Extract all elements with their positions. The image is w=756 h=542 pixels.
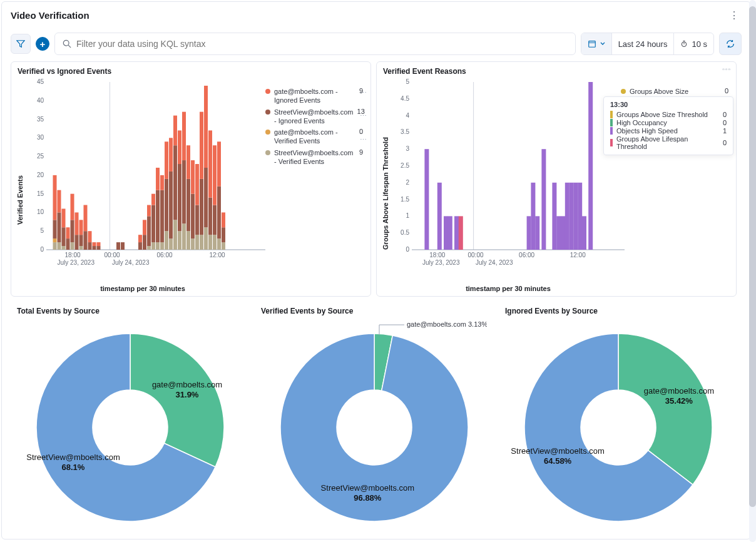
svg-rect-35	[66, 238, 70, 250]
panel-title: Total Events by Source	[17, 307, 243, 315]
svg-rect-38	[71, 220, 74, 242]
svg-rect-140	[531, 183, 535, 250]
svg-rect-103	[208, 130, 212, 197]
donut-chart: StreetView@mboelts.com96.88%gate@mboelts…	[262, 315, 487, 528]
svg-rect-100	[204, 86, 208, 168]
filter-button[interactable]	[11, 34, 31, 54]
svg-text:06:00: 06:00	[156, 252, 172, 258]
svg-text:gate@mboelts.com: gate@mboelts.com	[152, 380, 222, 389]
svg-rect-86	[186, 231, 190, 250]
filter-icon	[16, 39, 25, 48]
svg-rect-52	[97, 242, 101, 246]
svg-text:12:00: 12:00	[209, 252, 225, 258]
svg-rect-139	[527, 216, 531, 250]
svg-text:gate@mboelts.com  3.13%: gate@mboelts.com 3.13%	[407, 320, 487, 328]
svg-rect-148	[573, 183, 578, 250]
search-bar[interactable]	[54, 33, 576, 55]
calendar-button[interactable]	[581, 33, 612, 54]
svg-text:00:00: 00:00	[104, 252, 120, 258]
dashboard-menu-icon[interactable]: ⋮	[727, 7, 742, 24]
toolbar: + Last 24 hours 10 s	[2, 29, 750, 61]
svg-rect-58	[143, 220, 146, 235]
svg-rect-51	[97, 246, 101, 250]
svg-rect-41	[75, 212, 79, 235]
svg-text:July 24, 2023: July 24, 2023	[476, 259, 513, 266]
legend-item-menu-icon[interactable]: ⋯	[360, 112, 367, 120]
panel-total-events: Total Events by Source gate@mboelts.com3…	[11, 302, 250, 534]
svg-rect-81	[178, 164, 181, 231]
svg-rect-37	[71, 242, 74, 250]
svg-text:00:00: 00:00	[467, 252, 483, 258]
svg-text:0: 0	[406, 246, 409, 253]
svg-rect-147	[570, 183, 574, 250]
svg-rect-109	[217, 187, 221, 238]
svg-rect-83	[182, 223, 186, 250]
svg-rect-151	[588, 82, 593, 250]
svg-rect-146	[565, 183, 570, 250]
refresh-interval[interactable]: 10 s	[674, 33, 713, 54]
svg-rect-64	[151, 194, 155, 205]
svg-text:4: 4	[406, 112, 409, 119]
svg-text:July 24, 2023: July 24, 2023	[112, 259, 150, 266]
svg-rect-92	[195, 235, 199, 250]
refresh-button[interactable]	[719, 33, 742, 55]
svg-text:StreetView@mboelts.com: StreetView@mboelts.com	[511, 446, 605, 456]
svg-rect-113	[222, 212, 225, 227]
svg-rect-135	[444, 216, 448, 250]
svg-text:35: 35	[37, 116, 44, 123]
y-axis-label: Groups Above Lifespan Threshold	[382, 137, 389, 250]
svg-rect-57	[143, 235, 146, 250]
svg-text:1.5: 1.5	[401, 196, 409, 203]
svg-rect-141	[535, 216, 539, 250]
svg-rect-110	[217, 141, 221, 186]
svg-rect-91	[191, 160, 195, 194]
time-picker[interactable]: Last 24 hours 10 s	[581, 33, 714, 55]
svg-rect-82	[178, 130, 181, 164]
svg-text:20: 20	[37, 171, 44, 178]
svg-text:64.58%: 64.58%	[544, 456, 572, 466]
svg-rect-102	[208, 198, 212, 235]
svg-rect-32	[62, 246, 66, 250]
svg-text:18:00: 18:00	[429, 252, 445, 258]
svg-rect-36	[66, 227, 70, 238]
svg-rect-69	[160, 190, 164, 242]
donut-chart: gate@mboelts.com35.42%StreetView@mboelts…	[506, 315, 731, 528]
svg-text:July 23, 2023: July 23, 2023	[422, 259, 460, 266]
svg-rect-46	[84, 205, 88, 232]
svg-rect-79	[173, 116, 177, 146]
svg-rect-142	[541, 149, 546, 250]
add-filter-button[interactable]: +	[36, 37, 49, 51]
legend-item-menu-icon[interactable]: ⋯	[360, 136, 367, 144]
svg-rect-31	[58, 190, 61, 213]
svg-rect-74	[169, 238, 173, 250]
legend-item-menu-icon[interactable]: ⋯	[360, 89, 367, 97]
svg-rect-55	[138, 242, 142, 250]
svg-rect-34	[62, 208, 66, 227]
svg-rect-98	[204, 227, 208, 250]
svg-rect-137	[454, 216, 459, 250]
svg-text:0: 0	[40, 246, 44, 253]
svg-rect-49	[93, 246, 96, 250]
scrollbar-thumb[interactable]	[749, 6, 756, 507]
panel-title: Ignored Events by Source	[505, 307, 732, 315]
svg-rect-87	[186, 179, 190, 231]
svg-rect-65	[156, 242, 160, 250]
svg-rect-40	[75, 235, 79, 250]
bar-chart: 05101520253035404518:0000:0006:0012:00Ju…	[24, 78, 268, 272]
svg-text:12:00: 12:00	[570, 252, 586, 258]
time-range-label[interactable]: Last 24 hours	[612, 33, 675, 54]
svg-text:15: 15	[37, 190, 44, 197]
svg-rect-95	[200, 235, 203, 250]
chart-legend: gate@mboelts.com - Ignored Events9Street…	[265, 87, 363, 168]
chevron-down-icon	[600, 41, 605, 46]
search-input[interactable]	[76, 39, 568, 49]
panel-menu-icon[interactable]: ▫▫▫	[722, 66, 731, 73]
svg-rect-143	[552, 183, 556, 250]
svg-rect-54	[121, 242, 125, 250]
svg-rect-80	[178, 231, 181, 250]
svg-rect-78	[173, 145, 177, 220]
svg-line-1	[68, 45, 71, 48]
y-axis-label: Verified Events	[16, 175, 24, 225]
svg-rect-94	[195, 164, 199, 205]
donut-chart: gate@mboelts.com31.9%StreetView@mboelts.…	[18, 315, 243, 528]
